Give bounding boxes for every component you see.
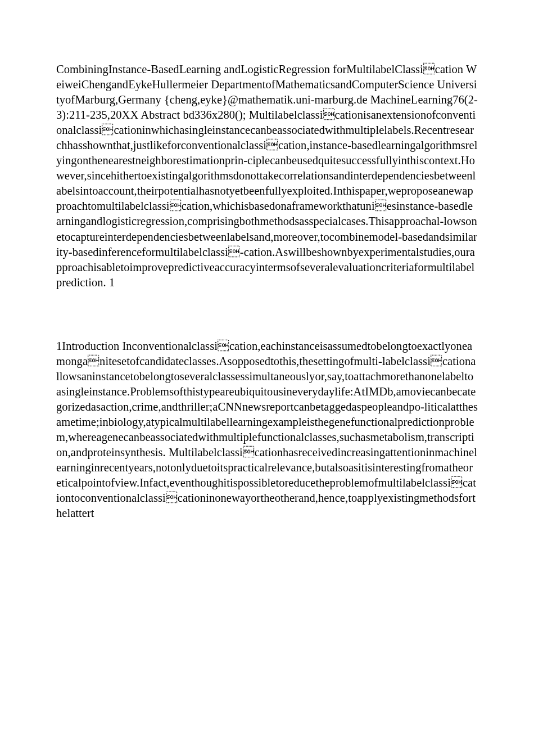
section-gap [56,290,478,339]
introduction-block: 1Introduction Inconventionalclassicatio… [56,339,478,521]
document-page: CombiningInstance-BasedLearning andLogis… [0,0,534,555]
header-abstract-block: CombiningInstance-BasedLearning andLogis… [56,62,478,290]
